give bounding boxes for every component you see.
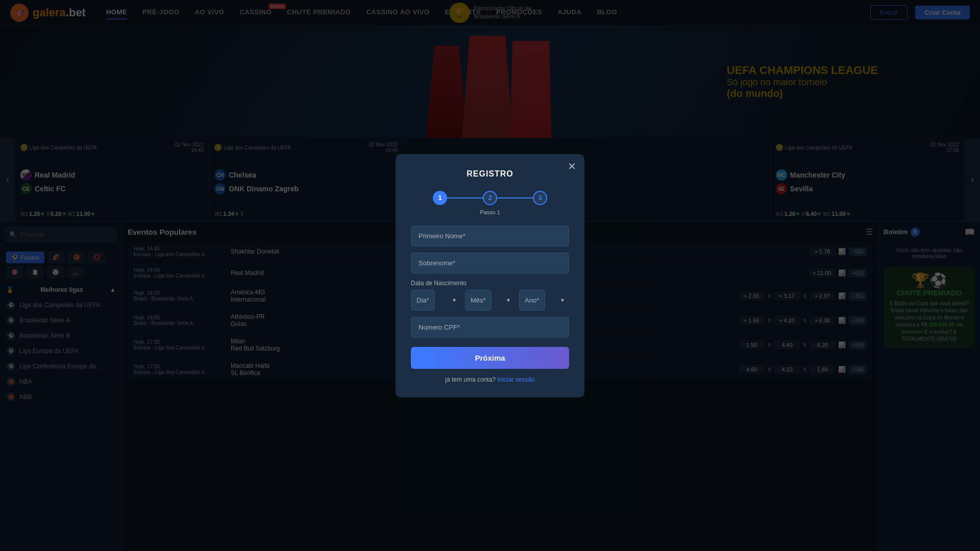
chevron-down-icon: ▼ (452, 297, 457, 303)
iniciar-sessao-link[interactable]: Iniciar sessão (497, 376, 534, 383)
step-1-circle: 1 (433, 191, 447, 205)
chevron-down-icon-2: ▼ (506, 297, 511, 303)
step-2-circle: 2 (483, 191, 497, 205)
month-select[interactable]: Mês* (465, 290, 492, 311)
stepper: 1 2 3 (411, 191, 569, 205)
cpf-input[interactable] (411, 317, 569, 338)
last-name-input[interactable] (411, 253, 569, 273)
modal-overlay[interactable]: REGISTRO ✕ 1 2 3 Passo 1 Data de Nascime… (0, 0, 980, 551)
modal-footer: já tem uma conta? Iniciar sessão (411, 376, 569, 383)
step-line-2 (497, 197, 533, 198)
modal-title: REGISTRO (411, 169, 569, 179)
step-line-1 (447, 197, 483, 198)
dob-label: Data de Nascimento (411, 280, 569, 287)
day-select[interactable]: Dia* (411, 290, 435, 311)
year-select[interactable]: Ano* (519, 290, 545, 311)
year-select-wrap: Ano* ▼ (519, 290, 569, 311)
modal-close-button[interactable]: ✕ (568, 161, 576, 171)
dob-group: Data de Nascimento Dia* ▼ Mês* ▼ Ano* (411, 280, 569, 311)
cpf-group (411, 317, 569, 338)
date-row: Dia* ▼ Mês* ▼ Ano* ▼ (411, 290, 569, 311)
day-select-wrap: Dia* ▼ (411, 290, 461, 311)
last-name-group (411, 253, 569, 273)
registro-modal: REGISTRO ✕ 1 2 3 Passo 1 Data de Nascime… (396, 154, 584, 397)
proxima-button[interactable]: Próxima (411, 347, 569, 369)
footer-text: já tem uma conta? (445, 376, 496, 383)
month-select-wrap: Mês* ▼ (465, 290, 515, 311)
step-3-circle: 3 (533, 191, 547, 205)
first-name-input[interactable] (411, 226, 569, 246)
first-name-group (411, 226, 569, 246)
chevron-down-icon-3: ▼ (560, 297, 565, 303)
step-label: Passo 1 (411, 209, 569, 215)
